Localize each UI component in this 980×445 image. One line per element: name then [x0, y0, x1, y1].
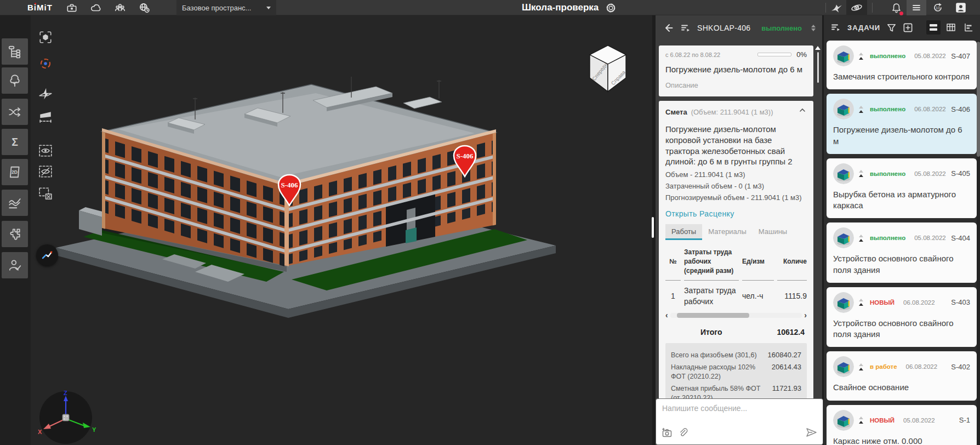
task-card[interactable]: в работе 06.08.2022 S-402 Свайное основа… [827, 351, 977, 400]
total-label: Итого [700, 328, 722, 336]
message-input[interactable] [662, 404, 817, 425]
camera-add-icon[interactable] [662, 427, 673, 440]
cell-row-no: 1 [665, 281, 681, 307]
table-hscrollbar[interactable]: ‹ › [665, 311, 807, 319]
task-title: Замечания строительного контроля [833, 71, 970, 82]
smeta-spent: Затраченный объем - 0 (1 м3) [665, 181, 807, 192]
panel-resize-handle[interactable] [652, 217, 654, 238]
view-cube[interactable]: Спереди Справа [583, 38, 633, 95]
back-arrow-icon[interactable] [663, 22, 674, 33]
task-status: выполнено [870, 235, 905, 241]
cloud-icon[interactable] [90, 2, 102, 14]
task-title: Погружение дизель-молотом до 6 м [833, 124, 970, 147]
clear-selection-icon[interactable] [38, 186, 53, 201]
task-avatar [833, 163, 854, 184]
sum-sigma-icon[interactable]: Σ [2, 129, 28, 155]
settings-gear-icon[interactable] [606, 3, 616, 13]
collapse-chevron-icon[interactable] [798, 106, 807, 117]
add-task-icon[interactable] [903, 22, 913, 33]
tasks-scrollbar[interactable] [977, 41, 980, 445]
account-icon[interactable] [955, 0, 967, 15]
team-icon[interactable] [114, 2, 126, 14]
topbar: BiMiT Базовое пространс... Школа-проверк… [0, 0, 980, 15]
task-date: 05.08.2022 [914, 170, 946, 177]
axis-gizmo[interactable]: Z X Y [31, 389, 102, 444]
building-model[interactable] [31, 15, 652, 445]
send-plane-icon[interactable] [805, 426, 817, 441]
progress-percent: 0% [796, 50, 807, 59]
plugins-puzzle-icon[interactable] [2, 221, 28, 247]
bell-icon[interactable] [891, 0, 902, 15]
tasks-panel: ЗАДАЧИ выполнено 05.08.2022 [824, 15, 980, 445]
orbit-icon[interactable] [846, 0, 867, 15]
sort-list-icon[interactable] [830, 22, 841, 33]
workspace-dropdown[interactable]: Базовое пространс... [176, 0, 276, 15]
show-selection-eye-icon[interactable] [38, 144, 53, 158]
hscroll-thumb[interactable] [677, 313, 749, 318]
hide-selection-eye-icon[interactable] [38, 164, 53, 179]
task-card[interactable]: выполнено 05.08.2022 S-405 Вырубка бетон… [827, 158, 977, 219]
task-card[interactable]: выполнено 05.08.2022 S-404 Устройство ос… [827, 222, 977, 283]
task-status: НОВЫЙ [870, 417, 894, 424]
task-id: S-1 [959, 416, 970, 424]
task-avatar [833, 410, 854, 431]
refresh-icon[interactable]: 10 [932, 0, 944, 15]
task-avatar [833, 356, 854, 377]
view-gantt-icon[interactable] [961, 20, 976, 35]
priority-icon [859, 170, 863, 177]
summary-value: 160840.27 [768, 351, 801, 360]
trend-icon[interactable] [36, 244, 58, 266]
tasks-scroll-thumb[interactable] [977, 42, 980, 157]
task-id: S-405 [951, 169, 970, 178]
3d-viewport[interactable]: S-406 S-406 Спереди Справа Z X Y [31, 15, 652, 445]
tab-works[interactable]: Работы [665, 224, 702, 240]
user-check-icon[interactable] [2, 252, 28, 278]
axis-z-label: Z [64, 390, 67, 396]
task-title: Вырубка бетона из арматурного каркаса [833, 189, 970, 212]
summary-label: Всего на физобъем (301,6) [671, 351, 763, 360]
task-card[interactable]: выполнено 05.08.2022 S-407 Замечания стр… [827, 41, 977, 89]
filter-funnel-icon[interactable] [886, 22, 897, 33]
task-card[interactable]: НОВЫЙ 05.08.2022 S-1 Каркас ниже отм. 0.… [827, 405, 977, 445]
clip-flash-icon[interactable] [38, 87, 53, 101]
menu-list-icon[interactable] [907, 0, 926, 15]
fit-model-icon[interactable] [38, 30, 53, 44]
smeta-text: Погружение дизель-молотом копровой устан… [665, 124, 807, 167]
detail-scrollbar[interactable] [815, 46, 821, 83]
task-date: 06.08.2022 [903, 299, 935, 306]
task-card-selected[interactable]: выполнено 06.08.2022 S-406 Погружение ди… [827, 94, 977, 154]
view-table-icon[interactable] [944, 20, 958, 35]
model-pin[interactable]: S-406 [452, 145, 477, 178]
sort-list-icon[interactable] [680, 22, 691, 33]
smeta-table: № Затраты труда рабочих (средний разм) Е… [665, 244, 807, 307]
connections-shuffle-icon[interactable] [2, 99, 28, 125]
structure-tree-icon[interactable] [2, 38, 28, 65]
scroll-left-icon[interactable]: ‹ [665, 311, 668, 319]
scroll-right-icon[interactable]: › [804, 311, 807, 319]
priority-icon [859, 299, 863, 306]
tab-materials[interactable]: Материалы [702, 224, 753, 240]
task-status: выполнено [870, 106, 905, 112]
attach-clip-icon[interactable] [678, 427, 688, 440]
briefcase-icon[interactable] [66, 2, 78, 14]
open-rate-link[interactable]: Открыть Расценку [665, 209, 734, 218]
locate-target-icon[interactable] [38, 56, 53, 73]
priority-icon [859, 363, 863, 370]
task-card[interactable]: НОВЫЙ 06.08.2022 S-403 Устройство основн… [827, 287, 977, 347]
section-plane-icon[interactable] [38, 110, 53, 124]
task-detail-panel: SHKOLAP-406 выполнено с 6.08.22 по 8.08.… [656, 15, 822, 445]
charts-waves-icon[interactable] [2, 190, 28, 216]
view-rows-icon[interactable] [926, 20, 941, 35]
fly-mode-icon[interactable] [831, 0, 843, 15]
globe-session-icon[interactable] [138, 2, 150, 14]
sort-toggle-icon[interactable] [811, 25, 816, 31]
environment-tree-icon[interactable] [2, 67, 28, 94]
task-id: S-406 [951, 105, 970, 113]
tasks-list: выполнено 05.08.2022 S-407 Замечания стр… [827, 41, 977, 445]
2d-view-icon[interactable]: 2D [2, 159, 28, 185]
task-status: выполнено [870, 53, 905, 59]
smeta-forecast: Прогнозируемый объем - 211.9041 (1 м3) [665, 192, 807, 204]
scroll-up-icon[interactable] [815, 46, 821, 50]
tab-machines[interactable]: Машины [753, 224, 793, 240]
model-pin[interactable]: S-406 [277, 174, 302, 207]
